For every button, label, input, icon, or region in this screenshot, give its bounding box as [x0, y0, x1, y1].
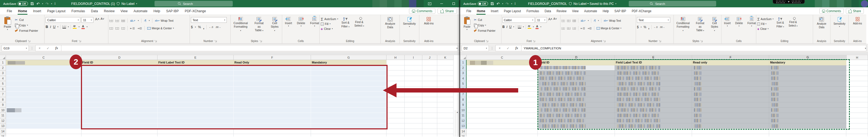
comments-button[interactable]: Comments	[409, 8, 435, 14]
tab-pdf-xchange[interactable]: PDF-XChange	[182, 8, 209, 14]
cell[interactable]	[692, 118, 769, 124]
cell[interactable]	[234, 129, 311, 134]
cell[interactable]	[467, 134, 538, 136]
cell[interactable]	[615, 102, 692, 108]
cell[interactable]	[6, 102, 82, 108]
cell[interactable]	[386, 129, 405, 134]
cell[interactable]	[769, 87, 846, 92]
tab-view[interactable]: View	[118, 8, 131, 14]
dialog-launcher-icon[interactable]	[659, 40, 661, 42]
cell[interactable]	[405, 71, 422, 76]
cell[interactable]: Mandatory	[769, 60, 846, 65]
row-header[interactable]: 1	[460, 60, 467, 65]
cell[interactable]	[311, 129, 386, 134]
align-left-icon[interactable]	[110, 27, 113, 30]
cell[interactable]	[405, 108, 422, 113]
cell[interactable]	[769, 113, 846, 118]
cell[interactable]	[538, 113, 615, 118]
increase-font-icon[interactable]: A˄	[95, 17, 99, 23]
find-select-button[interactable]: Find &Select ▾	[353, 16, 366, 39]
align-left-icon[interactable]	[561, 27, 565, 30]
fill-color-button[interactable]	[73, 25, 76, 29]
cell[interactable]	[82, 81, 157, 87]
analyze-data-button[interactable]: AnalyzeData	[383, 16, 397, 39]
comments-button[interactable]: Comments	[819, 8, 844, 14]
cell[interactable]	[157, 129, 234, 134]
row-header[interactable]: 10	[0, 108, 6, 113]
cell[interactable]	[615, 124, 692, 129]
cell[interactable]	[234, 87, 311, 92]
cell[interactable]	[615, 65, 692, 71]
share-button[interactable]: Share	[437, 8, 457, 14]
vertical-scrollbar[interactable]: ▲	[455, 110, 460, 136]
find-select-button[interactable]: Find &Select ▾	[787, 16, 799, 39]
currency-button[interactable]: $	[637, 25, 639, 29]
orientation-icon[interactable]: ab↗	[581, 19, 586, 22]
cell[interactable]	[437, 113, 454, 118]
format-cells-button[interactable]: Format▾	[309, 16, 321, 39]
increase-indent-icon[interactable]: ⇥☰	[587, 27, 591, 30]
autosum-button[interactable]: ΣAutoSum▾	[757, 17, 773, 21]
cell[interactable]	[6, 97, 82, 103]
percent-button[interactable]: %	[198, 25, 201, 29]
decrease-font-icon[interactable]: A˅	[100, 17, 104, 23]
dialog-launcher-icon[interactable]	[487, 40, 488, 42]
row-header[interactable]: 2	[460, 65, 467, 71]
cell[interactable]	[82, 65, 157, 71]
cell[interactable]	[386, 60, 405, 65]
fill-color-button[interactable]	[528, 25, 531, 29]
tab-file[interactable]: File	[4, 8, 15, 14]
search-bar[interactable]	[629, 1, 716, 6]
cell[interactable]	[692, 134, 769, 136]
bold-button[interactable]: B	[45, 25, 48, 29]
tab-page-layout[interactable]: Page Layout	[501, 8, 524, 14]
cell[interactable]	[437, 60, 454, 65]
cell[interactable]	[467, 76, 538, 81]
cell[interactable]	[437, 76, 454, 81]
cut-button[interactable]: ✂Cut	[473, 18, 495, 22]
cell[interactable]	[846, 81, 868, 87]
cell[interactable]	[538, 65, 615, 71]
cell[interactable]	[6, 87, 82, 92]
tab-home[interactable]: Home	[474, 8, 488, 14]
sensitivity-button[interactable]: Sensitivity▾	[401, 16, 417, 39]
cell[interactable]	[157, 76, 234, 81]
align-right-icon[interactable]	[572, 27, 576, 30]
cell[interactable]	[157, 113, 234, 118]
row-header[interactable]: 14	[460, 129, 467, 134]
cell[interactable]	[769, 124, 846, 129]
insert-function-icon[interactable]: fx	[55, 46, 58, 50]
cell[interactable]	[311, 108, 386, 113]
font-color-button[interactable]: A	[82, 25, 85, 29]
dialog-launcher-icon[interactable]	[79, 40, 81, 42]
cell[interactable]	[538, 97, 615, 103]
cell[interactable]	[846, 76, 868, 81]
name-box[interactable]: G19▾	[2, 45, 29, 51]
cell[interactable]	[615, 134, 692, 136]
font-name-select[interactable]: Calibri▾	[45, 17, 81, 23]
cell[interactable]	[846, 102, 868, 108]
cell[interactable]	[157, 134, 234, 136]
cell[interactable]	[467, 118, 538, 124]
tab-file[interactable]: File	[464, 8, 474, 14]
cell[interactable]	[82, 118, 157, 124]
cell[interactable]	[846, 124, 868, 129]
cell[interactable]	[422, 108, 437, 113]
sensitivity-button[interactable]: Sensitivity▾	[832, 16, 847, 39]
cell[interactable]	[82, 129, 157, 134]
cell[interactable]	[6, 92, 82, 97]
copy-button[interactable]: Copy▾	[14, 23, 38, 27]
clear-button[interactable]: ◆Clear▾	[757, 27, 773, 31]
number-format-select[interactable]: Text▾	[637, 17, 670, 23]
cell[interactable]	[6, 71, 82, 76]
cell[interactable]	[692, 102, 769, 108]
cell[interactable]	[82, 102, 157, 108]
cell[interactable]	[405, 113, 422, 118]
cell[interactable]	[467, 108, 538, 113]
fill-button[interactable]: ↓Fill▾	[757, 22, 773, 26]
cell[interactable]	[692, 76, 769, 81]
cell[interactable]	[422, 113, 437, 118]
row-header[interactable]: 4	[460, 76, 467, 81]
cell[interactable]	[234, 102, 311, 108]
sensitivity-shield-icon[interactable]	[117, 2, 120, 5]
